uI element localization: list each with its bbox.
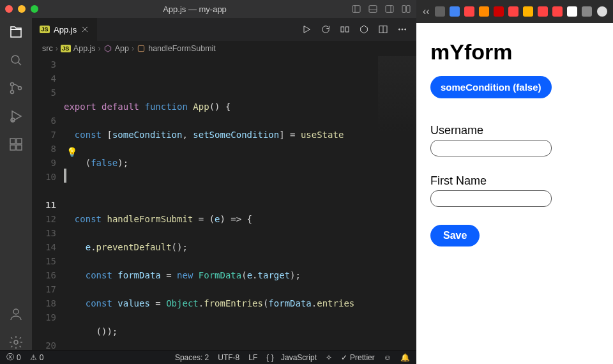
svg-rect-34 [139,45,144,51]
svg-rect-7 [407,6,410,13]
browser-toolbar: ‹‹ ⋮ [416,0,613,23]
extension-icon[interactable] [552,6,563,17]
svg-point-9 [11,56,19,63]
breadcrumbs[interactable]: src › JS App.js › App › handleFormSubmit [32,41,416,56]
errors-indicator[interactable]: ⓧ 0 [6,352,21,363]
js-file-icon: JS [40,26,50,33]
code-editor[interactable]: 34567891011121314151617181920 💡 export d… [32,56,416,350]
line-number-gutter: 34567891011121314151617181920 [32,56,64,350]
accounts-icon[interactable] [8,307,24,322]
layout-grid-icon[interactable] [401,4,411,14]
editor-area: JS App.js src › JS App.js [32,18,416,350]
titlebar: App.js — my-app [0,0,416,18]
svg-point-12 [11,91,14,94]
panel-right-icon[interactable] [384,4,395,14]
extension-icon[interactable] [538,6,548,17]
function-icon [137,44,146,53]
extension-icon[interactable] [450,6,460,17]
svg-rect-6 [402,6,405,13]
svg-rect-16 [10,139,15,144]
run-debug-icon[interactable] [8,109,24,124]
eol-indicator[interactable]: LF [248,353,257,362]
extension-icon[interactable] [582,6,592,17]
more-actions-icon[interactable] [397,24,407,34]
extension-icon[interactable] [435,6,445,17]
toggle-condition-button[interactable]: someCondition (false) [430,76,552,98]
firstname-label: First Name [430,174,552,188]
save-button[interactable]: Save [430,225,480,246]
breadcrumb-file[interactable]: App.js [73,44,96,53]
close-tab-icon[interactable] [80,25,89,34]
svg-rect-4 [386,6,393,13]
svg-rect-8 [11,29,21,37]
rendered-app: mYform someCondition (false) Username Fi… [416,23,613,364]
extension-icon[interactable] [494,6,504,17]
language-mode[interactable]: { } JavaScript [266,353,317,362]
svg-point-21 [14,340,18,344]
breadcrumb-root[interactable]: src [42,44,53,53]
svg-rect-0 [352,6,360,13]
search-icon[interactable] [8,52,24,68]
svg-rect-25 [341,27,344,32]
svg-line-10 [19,63,22,66]
close-window-icon[interactable] [5,5,13,13]
svg-rect-17 [17,139,22,144]
source-control-icon[interactable] [8,80,24,96]
svg-point-20 [13,309,19,314]
chevron-right-icon: › [132,44,134,53]
chevron-left-icon[interactable]: ‹‹ [423,6,430,17]
maximize-window-icon[interactable] [31,5,38,13]
svg-point-30 [398,29,400,30]
prettier-indicator[interactable]: ✓ Prettier [341,353,375,362]
compare-icon[interactable] [340,24,350,34]
notifications-icon[interactable]: 🔔 [400,353,410,362]
svg-point-31 [402,29,403,30]
browser-extensions [435,6,592,17]
panel-bottom-icon[interactable] [368,4,378,14]
copilot-icon[interactable]: ✧ [326,353,332,362]
editor-actions [292,18,416,41]
svg-point-32 [405,29,406,30]
feedback-icon[interactable]: ☺ [384,353,391,362]
minimap[interactable] [378,56,416,133]
status-bar: ⓧ 0 ⚠ 0 Spaces: 2 UTF-8 LF { } JavaScrip… [0,350,416,364]
split-editor-icon[interactable] [378,24,388,34]
extension-icon[interactable] [479,6,489,17]
svg-marker-33 [105,45,110,52]
extension-icon[interactable] [567,6,577,17]
chevron-right-icon: › [98,44,101,53]
extension-icon[interactable] [464,6,474,17]
svg-marker-14 [12,111,21,121]
breadcrumb-symbol-fn[interactable]: handleFormSubmit [148,44,216,53]
chevron-right-icon: › [56,44,58,53]
breadcrumb-symbol-app[interactable]: App [115,44,129,53]
js-file-icon: JS [61,45,71,52]
explorer-icon[interactable] [8,24,24,40]
warnings-indicator[interactable]: ⚠ 0 [30,353,44,362]
svg-marker-27 [361,26,368,33]
hex-icon[interactable] [359,24,369,34]
code-content[interactable]: export default function App() { const [s… [64,56,416,350]
username-input[interactable] [430,140,552,156]
debug-rerun-icon[interactable] [321,24,331,34]
extension-icon[interactable] [523,6,533,17]
svg-rect-26 [345,27,349,32]
minimize-window-icon[interactable] [18,5,26,13]
run-icon[interactable] [301,24,312,34]
tab-app-js[interactable]: JS App.js [32,18,98,41]
layout-controls [351,4,411,14]
page-heading: mYform [430,40,512,64]
indentation-indicator[interactable]: Spaces: 2 [175,353,209,362]
svg-rect-18 [10,145,15,150]
profile-avatar-icon[interactable] [597,6,607,17]
firstname-input[interactable] [430,190,552,207]
browser-window: ‹‹ ⋮ mYform someCondition (false) Userna… [416,0,613,364]
panel-left-icon[interactable] [351,4,361,14]
encoding-indicator[interactable]: UTF-8 [218,353,239,362]
settings-gear-icon[interactable] [8,335,24,350]
extensions-icon[interactable] [8,137,24,152]
tab-filename: App.js [54,25,77,34]
module-icon [103,44,112,53]
extension-icon[interactable] [508,6,518,17]
svg-point-13 [19,87,22,90]
